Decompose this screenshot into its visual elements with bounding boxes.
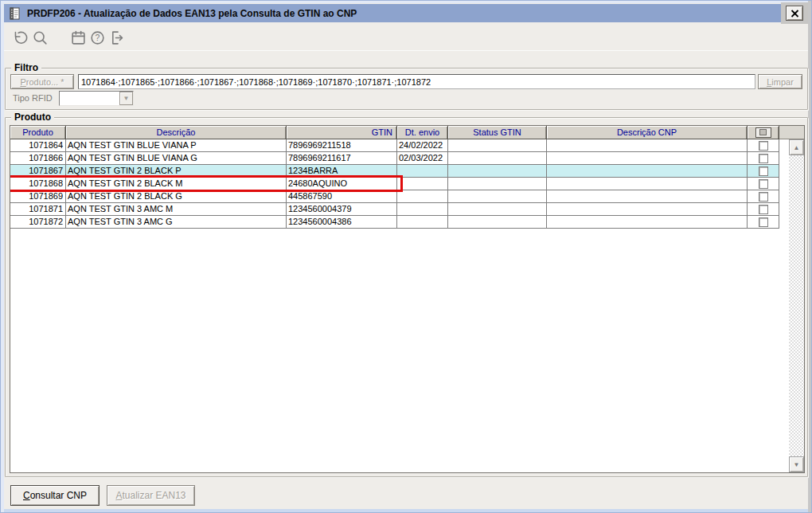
cell-descricao-cnp xyxy=(547,190,748,203)
cell-descricao-cnp xyxy=(547,139,748,152)
cell-dt-envio xyxy=(397,190,448,203)
cell-dt-envio xyxy=(397,165,448,178)
column-header-checkbox xyxy=(748,126,779,139)
table-row[interactable]: 1071871 AQN TEST GTIN 3 AMC M 1234560004… xyxy=(10,203,779,216)
produto-filter-button[interactable]: Produto... * xyxy=(10,74,74,89)
cell-status-gtin xyxy=(448,178,547,190)
row-checkbox[interactable] xyxy=(759,192,768,202)
cell-descricao: AQN TEST GTIN 2 BLACK M xyxy=(66,178,287,190)
grid-body: 1071864 AQN TEST GTIN BLUE VIANA P 78969… xyxy=(10,139,779,229)
toolbar-separator xyxy=(4,50,808,51)
table-row[interactable]: 1071869 AQN TEST GTIN 2 BLACK G 44586759… xyxy=(10,190,779,203)
window-title: PRDFP206 - Atualização de Dados EAN13 pe… xyxy=(27,8,357,19)
cell-descricao-cnp xyxy=(547,216,748,229)
search-icon[interactable] xyxy=(29,27,50,48)
cell-descricao: AQN TEST GTIN 2 BLACK G xyxy=(66,190,287,203)
cell-descricao: AQN TEST GTIN BLUE VIANA G xyxy=(66,152,287,165)
atualizar-ean13-button[interactable]: Atualizar EAN13 xyxy=(107,485,195,506)
cell-descricao: AQN TEST GTIN 3 AMC G xyxy=(66,216,287,229)
row-checkbox-cell xyxy=(748,139,779,152)
toolbar: ? xyxy=(4,26,808,49)
row-checkbox[interactable] xyxy=(759,205,768,214)
grid-header: Produto Descrição GTIN Dt. envio Status … xyxy=(10,126,779,139)
document-icon xyxy=(9,7,21,20)
cell-descricao: AQN TEST GTIN 3 AMC M xyxy=(66,203,287,216)
column-header-descricao[interactable]: Descrição xyxy=(66,126,287,139)
row-checkbox[interactable] xyxy=(759,179,768,189)
calendar-icon[interactable] xyxy=(68,27,88,48)
cell-gtin: 1234560004386 xyxy=(287,216,397,229)
cell-gtin: 1234BARRA xyxy=(287,165,397,178)
cell-descricao-cnp xyxy=(547,203,748,216)
cell-gtin: 24680AQUINO xyxy=(287,178,397,190)
help-icon[interactable]: ? xyxy=(87,27,107,48)
table-row[interactable]: 1071872 AQN TEST GTIN 3 AMC G 1234560004… xyxy=(10,216,779,229)
titlebar-corner xyxy=(781,2,808,24)
produto-group-label: Produto xyxy=(11,112,54,123)
tipo-rfid-value[interactable] xyxy=(60,92,119,105)
cell-dt-envio xyxy=(397,216,448,229)
table-row[interactable]: 1071867 AQN TEST GTIN 2 BLACK P 1234BARR… xyxy=(10,165,779,178)
cell-produto: 1071868 xyxy=(10,178,66,190)
row-checkbox-cell xyxy=(748,216,779,229)
row-checkbox-cell xyxy=(748,178,779,190)
scrollbar-track[interactable] xyxy=(789,139,804,472)
cell-descricao: AQN TEST GTIN 2 BLACK P xyxy=(66,165,287,178)
column-header-gtin[interactable]: GTIN xyxy=(287,126,397,139)
row-checkbox-cell xyxy=(748,165,779,178)
cell-gtin: 7896969211518 xyxy=(287,139,397,152)
row-checkbox[interactable] xyxy=(759,141,768,151)
tipo-rfid-combobox[interactable]: ▼ xyxy=(59,91,134,106)
column-header-produto[interactable]: Produto xyxy=(10,126,66,139)
row-checkbox[interactable] xyxy=(759,217,768,227)
scroll-down-icon[interactable]: ▼ xyxy=(789,456,804,472)
cell-descricao-cnp xyxy=(547,178,748,190)
svg-text:?: ? xyxy=(95,33,100,42)
cell-status-gtin xyxy=(448,165,547,178)
cell-produto: 1071872 xyxy=(10,216,66,229)
cell-produto: 1071867 xyxy=(10,165,66,178)
produto-filter-input[interactable] xyxy=(78,74,755,89)
select-all-square-icon xyxy=(759,129,767,135)
table-row[interactable]: 1071868 AQN TEST GTIN 2 BLACK M 24680AQU… xyxy=(10,178,779,190)
tipo-rfid-label: Tipo RFID xyxy=(13,93,53,103)
app-window: PRDFP206 - Atualização de Dados EAN13 pe… xyxy=(0,0,812,513)
filtro-group-label: Filtro xyxy=(11,62,41,73)
cell-dt-envio: 02/03/2022 xyxy=(397,152,448,165)
cell-gtin: 445867590 xyxy=(287,190,397,203)
cell-produto: 1071871 xyxy=(10,203,66,216)
cell-produto: 1071864 xyxy=(10,139,66,152)
cell-descricao-cnp xyxy=(547,165,748,178)
column-header-dt-envio[interactable]: Dt. envio xyxy=(397,126,448,139)
undo-icon[interactable] xyxy=(9,27,29,48)
row-checkbox[interactable] xyxy=(759,154,768,163)
filtro-group: Filtro Produto... * Limpar Tipo RFID ▼ xyxy=(5,68,808,110)
select-all-button[interactable] xyxy=(755,127,771,138)
cell-status-gtin xyxy=(448,203,547,216)
exit-icon[interactable] xyxy=(106,27,127,48)
cell-produto: 1071869 xyxy=(10,190,66,203)
cell-status-gtin xyxy=(448,152,547,165)
column-header-descricao-cnp[interactable]: Descrição CNP xyxy=(547,126,748,139)
table-row[interactable]: 1071866 AQN TEST GTIN BLUE VIANA G 78969… xyxy=(10,152,779,165)
chevron-down-icon[interactable]: ▼ xyxy=(119,92,133,105)
limpar-button[interactable]: Limpar xyxy=(758,74,802,89)
row-checkbox[interactable] xyxy=(759,166,768,176)
cell-descricao: AQN TEST GTIN BLUE VIANA P xyxy=(66,139,287,152)
produto-group: Produto Produto Descrição GTIN Dt. envio… xyxy=(5,117,808,477)
titlebar: PRDFP206 - Atualização de Dados EAN13 pe… xyxy=(4,4,781,22)
product-grid: Produto Descrição GTIN Dt. envio Status … xyxy=(10,125,805,473)
close-button[interactable] xyxy=(786,6,803,21)
cell-gtin: 1234560004379 xyxy=(287,203,397,216)
consultar-cnp-button[interactable]: Consultar CNP xyxy=(10,485,100,506)
table-row[interactable]: 1071864 AQN TEST GTIN BLUE VIANA P 78969… xyxy=(10,139,779,152)
row-checkbox-cell xyxy=(748,190,779,203)
vertical-scrollbar[interactable]: ▲ ▼ xyxy=(789,139,804,472)
cell-status-gtin xyxy=(448,139,547,152)
cell-descricao-cnp xyxy=(547,152,748,165)
column-header-status-gtin[interactable]: Status GTIN xyxy=(448,126,547,139)
row-checkbox-cell xyxy=(748,152,779,165)
scroll-up-icon[interactable]: ▲ xyxy=(789,139,804,155)
cell-dt-envio xyxy=(397,203,448,216)
cell-produto: 1071866 xyxy=(10,152,66,165)
